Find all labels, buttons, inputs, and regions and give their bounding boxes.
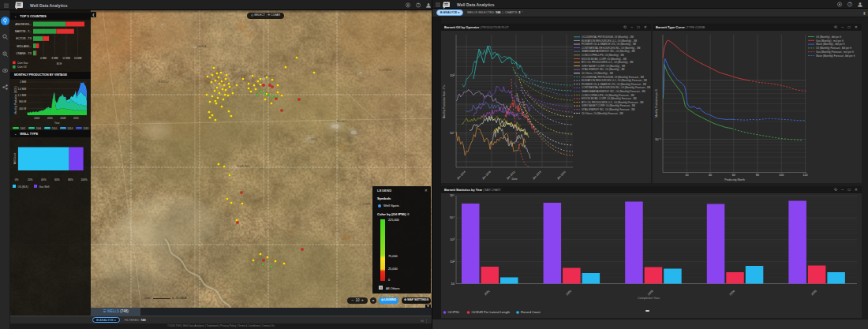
svg-text:Water (Monthly) , bbl per ft: Water (Monthly) , bbl per ft [816,43,845,46]
svg-text:Completion Year: Completion Year [638,297,660,300]
svg-text:2011: 2011 [73,117,79,120]
svg-text:1.2 MM: 1.2 MM [17,94,26,97]
svg-text:2002: 2002 [566,290,572,296]
svg-text:Jan 2016: Jan 2016 [532,170,542,181]
svg-text:20 Others, Oil (Monthly) Fore: 20 Others, Oil (Monthly) Forecast , 3M [582,112,623,115]
svg-text:40%: 40% [41,178,47,181]
svg-text:1.6 MM: 1.6 MM [17,88,26,91]
svg-text:ECTOR - TX: ECTOR - TX [16,37,32,40]
svg-text:Well Count: Well Count [13,153,17,165]
svg-text:20%: 20% [28,178,33,181]
svg-text:GREY ASSET CORP, Oil (Monthly): GREY ASSET CORP, Oil (Monthly) , 3M [582,65,625,68]
svg-text:Jan 2020: Jan 2020 [556,170,567,181]
svg-text:10⁵: 10⁵ [450,193,455,197]
svg-text:20: 20 [686,174,689,177]
svg-text:ELEVATION RESOURCES LLC, Oil (: ELEVATION RESOURCES LLC, Oil (Monthly) ,… [582,39,637,43]
svg-text:80: 80 [756,174,759,177]
svg-text:10: 10 [451,282,455,286]
svg-text:VITAL ENERGY INC, Oil (Monthly: VITAL ENERGY INC, Oil (Monthly) Forecast… [582,108,635,111]
svg-text:PIONEER OIL & SEARCH LTD, Oil: PIONEER OIL & SEARCH LTD, Oil (Monthly) … [582,43,636,46]
svg-text:BTO OIL PRODUCERS LLC, Oil (Mo: BTO OIL PRODUCERS LLC, Oil (Monthly) , 3… [582,61,634,64]
svg-text:Date: Date [511,178,517,181]
svg-text:CONTINENTAL RESOURCES INC, Oil: CONTINENTAL RESOURCES INC, Oil (Monthly)… [582,86,651,89]
svg-text:EXXON MOBIL CORP, Oil (Monthly: EXXON MOBIL CORP, Oil (Monthly) Forecast… [582,97,637,100]
svg-text:Record Count: Record Count [521,310,541,314]
svg-text:800 M: 800 M [19,100,26,103]
svg-text:2004: 2004 [729,290,735,296]
svg-text:MONAHANS: MONAHANS [237,165,249,168]
svg-text:OCCIDENTAL PETROLEUM, Oil (Mon: OCCIDENTAL PETROLEUM, Oil (Monthly) , 3M [582,36,634,39]
svg-text:SEMINOLE: SEMINOLE [158,80,170,84]
svg-text:PIONEER OIL & SEARCH LTD, Oil: PIONEER OIL & SEARCH LTD, Oil (Monthly) … [582,83,646,86]
svg-text:OCCIDENTAL PETROLEUM, Oil (Mon: OCCIDENTAL PETROLEUM, Oil (Monthly) Fore… [582,76,644,79]
svg-text:ANDREWS...: ANDREWS... [15,23,32,26]
svg-text:OIL(BLK): OIL(BLK) [18,185,28,189]
svg-text:10³: 10³ [450,237,455,241]
svg-text:Monthly Production Rate - Pri.: Monthly Production Rate - Pri... [443,84,446,118]
svg-text:2010: 2010 [52,127,58,130]
svg-text:SHANGMAEVA ENERGY INC, Oil (Mo: SHANGMAEVA ENERGY INC, Oil (Monthly) , 3… [582,50,635,53]
svg-text:10⁻¹: 10⁻¹ [655,137,662,141]
svg-text:2005: 2005 [47,117,53,120]
svg-text:GREY ASSET CORP, Oil (Monthly): GREY ASSET CORP, Oil (Monthly) Forecast … [582,104,635,107]
svg-text:400 M: 400 M [19,107,26,110]
svg-text:Oil (Monthly) Forecast , bbl p: Oil (Monthly) Forecast , bbl per ft [816,47,851,50]
svg-text:80%: 80% [68,178,73,181]
svg-text:ELEVATION RESOURCES LLC, Oil (: ELEVATION RESOURCES LLC, Oil (Monthly) F… [582,79,647,82]
svg-text:CRANE - TX: CRANE - TX [16,52,32,55]
svg-text:10⁰: 10⁰ [450,131,455,135]
svg-text:Gas Well: Gas Well [39,185,50,189]
svg-text:Year: Year [54,122,60,125]
svg-text:2 MM: 2 MM [20,80,26,84]
svg-text:20 Others, Oil (Monthly) , 3M: 20 Others, Oil (Monthly) , 3M [582,72,613,75]
svg-text:Jan 2008: Jan 2008 [481,170,492,181]
svg-text:LAMESA: LAMESA [197,45,206,48]
svg-text:MIDLAND: MIDLAND [337,120,347,123]
svg-text:Water (Monthly) Forecast , bbl: Water (Monthly) Forecast , bbl per ft [816,54,855,58]
svg-text:16 MM: 16 MM [74,57,82,60]
svg-text:40: 40 [709,174,712,177]
svg-text:MARTIN - T...: MARTIN - T... [15,30,32,33]
svg-text:Producing Month: Producing Month [724,178,745,181]
svg-text:Cum Oil: Cum Oil [17,65,27,69]
svg-text:Oil (Monthly) , bbl per ft: Oil (Monthly) , bbl per ft [816,36,841,39]
svg-text:SHANGMAEVA ENERGY INC, Oil (Mo: SHANGMAEVA ENERGY INC, Oil (Monthly) For… [582,90,645,93]
svg-text:CONTINENTAL RESOURCES INC, Oil: CONTINENTAL RESOURCES INC, Oil (Monthly)… [582,47,641,50]
svg-text:10²: 10² [450,73,455,77]
svg-text:Oil EUR Per Lateral Length: Oil EUR Per Lateral Length [472,310,510,314]
svg-text:8 MM: 8 MM [52,57,58,60]
svg-text:2002: 2002 [34,117,39,120]
svg-text:2006: 2006 [36,127,42,130]
svg-text:CONOCOPHILLIPS, Oil (Monthly): CONOCOPHILLIPS, Oil (Monthly) , 3M [582,54,624,57]
svg-text:100%: 100% [81,178,88,181]
svg-text:BIG SPRING: BIG SPRING [379,69,391,72]
svg-text:MIDLAND...: MIDLAND... [17,45,32,48]
svg-text:Monthly Production (BOE): Monthly Production (BOE) [14,87,17,114]
svg-text:CONOCOPHILLIPS, Oil (Monthly): CONOCOPHILLIPS, Oil (Monthly) Forecast ,… [582,94,634,97]
svg-text:2003: 2003 [647,290,653,296]
svg-text:Jan 2004: Jan 2004 [456,170,466,181]
svg-text:12 MM: 12 MM [62,57,70,60]
svg-text:10⁴: 10⁴ [450,215,455,219]
svg-text:EXXON MOBIL CORP, Oil (Monthly: EXXON MOBIL CORP, Oil (Monthly) , 3M [582,58,627,61]
svg-text:Gas (Monthly) Forecast , mcf p: Gas (Monthly) Forecast , mcf per ft [816,50,854,54]
svg-text:60%: 60% [54,178,60,181]
svg-text:2018: 2018 [84,127,89,130]
svg-text:2001: 2001 [484,290,490,296]
svg-text:2002: 2002 [21,127,26,130]
svg-text:4 MM: 4 MM [40,57,47,60]
svg-text:2008: 2008 [60,117,65,120]
svg-text:120: 120 [803,174,808,177]
svg-text:CRANE: CRANE [363,203,371,206]
svg-text:60: 60 [732,174,735,177]
svg-text:2005: 2005 [810,290,817,296]
svg-text:VITAL ENERGY INC, Oil (Monthly: VITAL ENERGY INC, Oil (Monthly) , 3M [582,68,625,71]
svg-text:BTO OIL PRODUCERS LLC, Oil (Mo: BTO OIL PRODUCERS LLC, Oil (Monthly) For… [582,101,644,104]
svg-text:100: 100 [779,174,784,177]
svg-text:Oil IP90: Oil IP90 [448,310,460,314]
svg-text:ODESSA: ODESSA [308,138,317,141]
svg-text:BOE: BOE [57,62,62,65]
svg-text:2014: 2014 [68,127,73,130]
svg-text:Gas (Monthly) , mcf per ft: Gas (Monthly) , mcf per ft [816,39,844,43]
svg-text:Monthly Production per ft: Monthly Production per ft [655,89,658,118]
